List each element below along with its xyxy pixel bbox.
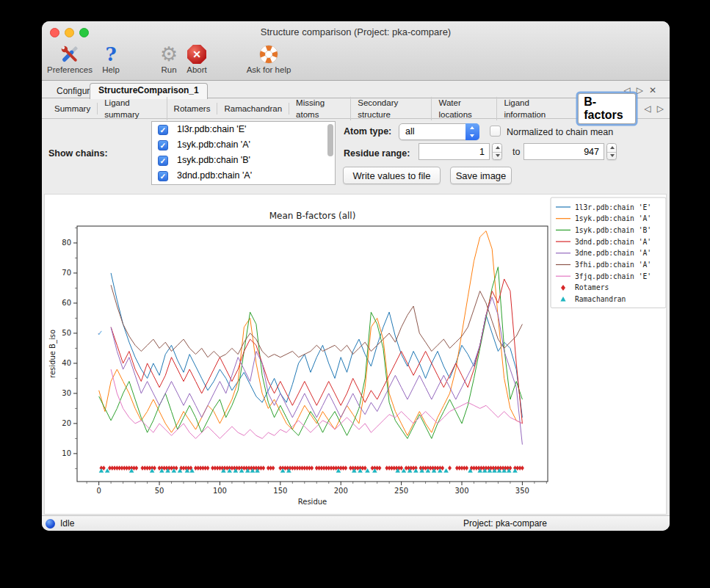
chevron-up-icon: [470, 126, 474, 129]
range-from-input[interactable]: [419, 143, 490, 160]
marker-triangle: [443, 468, 449, 473]
checkbox-checked-icon[interactable]: ✓: [158, 125, 168, 135]
legend-label: 3fjq.pdb:chain 'E': [575, 272, 651, 280]
x-tick-label: 100: [213, 487, 227, 495]
sub-tab-bar: Summary Ligand summary Rotamers Ramachan…: [42, 99, 670, 119]
bfactor-chart: Mean B-factors (all)Residueresidue B_iso…: [45, 195, 666, 514]
list-item[interactable]: ✓ 1l3r.pdb:chain 'E': [152, 122, 335, 137]
marker-diamond: [153, 465, 156, 471]
subtab-next-icon[interactable]: ▷: [657, 104, 670, 114]
ask-for-help-button[interactable]: Ask for help: [236, 43, 302, 76]
chain-label: 3dnd.pdb:chain 'A': [177, 170, 252, 181]
x-tick-label: 50: [155, 487, 164, 495]
save-image-button[interactable]: Save image: [450, 167, 512, 184]
tab-water-locations[interactable]: Water locations: [432, 97, 497, 120]
status-bar: Idle Project: pka-compare: [42, 515, 670, 531]
y-tick-label: 80: [62, 239, 71, 247]
marker-diamond: [377, 465, 381, 471]
show-chains-label: Show chains:: [48, 148, 108, 159]
window-title: Structure comparison (Project: pka-compa…: [42, 26, 670, 37]
marker-diamond: [175, 465, 178, 471]
y-tick-label: 30: [62, 389, 71, 397]
list-item[interactable]: ✓ 1syk.pdb:chain 'B': [152, 153, 335, 168]
tab-ligand-summary[interactable]: Ligand summary: [98, 97, 167, 120]
x-tick-label: 300: [454, 487, 468, 495]
marker-diamond: [102, 465, 106, 471]
y-tick-label: 50: [62, 329, 71, 337]
legend-label: 1l3r.pdb:chain 'E': [575, 203, 651, 211]
stop-icon: ✕: [187, 45, 206, 64]
tab-rotamers[interactable]: Rotamers: [167, 103, 218, 115]
abort-button[interactable]: ✕ Abort: [181, 43, 213, 76]
normalized-checkbox[interactable]: [490, 126, 501, 137]
y-tick-label: 10: [62, 449, 71, 457]
scrollbar-thumb[interactable]: [327, 124, 333, 156]
x-tick-label: 350: [515, 487, 529, 495]
tab-ligand-information[interactable]: Ligand information: [497, 97, 572, 120]
legend-label: 3fhi.pdb:chain 'A': [575, 261, 651, 269]
stepper-up-icon: [610, 146, 615, 149]
check-marker: ✓: [97, 329, 103, 337]
toolbar-label: Run: [154, 65, 184, 74]
checkbox-checked-icon[interactable]: ✓: [158, 140, 168, 150]
toolbar-label: Ask for help: [236, 65, 302, 74]
checkbox-checked-icon[interactable]: ✓: [158, 171, 168, 181]
marker-diamond: [441, 465, 444, 471]
subtab-prev-icon[interactable]: ◁: [645, 104, 657, 114]
chain-label: 1syk.pdb:chain 'B': [177, 155, 250, 165]
chart-line: [111, 297, 522, 445]
y-tick-label: 70: [62, 269, 71, 277]
range-to-word: to: [512, 147, 520, 157]
legend-label: 1syk.pdb:chain 'A': [575, 214, 651, 222]
legend-label: 3dne.pdb:chain 'A': [575, 249, 651, 257]
chart-line: [111, 369, 522, 438]
preferences-button[interactable]: Preferences: [44, 43, 95, 76]
range-from-stepper[interactable]: [492, 143, 502, 160]
run-button[interactable]: ⚙ Run: [154, 43, 184, 76]
chain-label: 1l3r.pdb:chain 'E': [177, 124, 246, 134]
status-orb-icon: [46, 519, 55, 529]
list-item[interactable]: ✓ 1syk.pdb:chain 'A': [152, 137, 335, 153]
marker-diamond: [310, 465, 314, 471]
normalized-label: Normalized to chain mean: [507, 127, 613, 137]
marker-diamond: [344, 465, 347, 471]
marker-diamond: [465, 465, 468, 471]
x-tick-label: 150: [273, 487, 287, 495]
marker-diamond: [521, 465, 524, 471]
help-button[interactable]: ? Help: [96, 43, 126, 76]
tools-icon: [44, 43, 95, 65]
tab-summary[interactable]: Summary: [48, 103, 98, 115]
chevron-down-icon: [470, 134, 474, 137]
toolbar-label: Preferences: [44, 65, 95, 74]
marker-diamond: [363, 465, 367, 471]
x-tick-label: 0: [96, 487, 101, 495]
range-to-stepper[interactable]: [606, 143, 617, 160]
stepper-down-icon: [610, 154, 615, 157]
project-label: Project: pka-compare: [463, 518, 547, 529]
chart-line: [111, 285, 522, 357]
tab-missing-atoms[interactable]: Missing atoms: [289, 97, 351, 120]
list-item[interactable]: ✓ 3dnd.pdb:chain 'A': [152, 168, 335, 184]
checkbox-checked-icon[interactable]: ✓: [158, 156, 168, 166]
tab-ramachandran[interactable]: Ramachandran: [217, 103, 289, 115]
controls-panel: Show chains: ✓ 1l3r.pdb:chain 'E' ✓ 1syk…: [42, 119, 670, 194]
chart-xlabel: Residue: [298, 498, 327, 506]
tab-secondary-structure[interactable]: Secondary structure: [351, 97, 432, 120]
legend-label: 3dnd.pdb:chain 'A': [575, 238, 651, 246]
atom-type-dropdown[interactable]: all: [399, 123, 479, 140]
marker-diamond: [271, 465, 275, 471]
tab-close-icon[interactable]: ✕: [649, 85, 662, 95]
legend-label: Ramachandran: [575, 295, 626, 303]
write-values-button[interactable]: Write values to file: [343, 167, 441, 184]
x-tick-label: 250: [394, 487, 408, 495]
marker-diamond: [448, 465, 452, 471]
range-to-input[interactable]: [524, 143, 604, 160]
dropdown-stepper[interactable]: [466, 123, 479, 140]
chain-label: 1syk.pdb:chain 'A': [177, 139, 250, 150]
y-tick-label: 20: [62, 419, 71, 427]
chart-ylabel: residue B_iso: [48, 330, 57, 378]
y-tick-label: 60: [62, 299, 71, 307]
atom-type-label: Atom type:: [344, 126, 391, 137]
tab-next-icon[interactable]: ▷: [637, 85, 649, 95]
chain-list[interactable]: ✓ 1l3r.pdb:chain 'E' ✓ 1syk.pdb:chain 'A…: [151, 121, 336, 185]
